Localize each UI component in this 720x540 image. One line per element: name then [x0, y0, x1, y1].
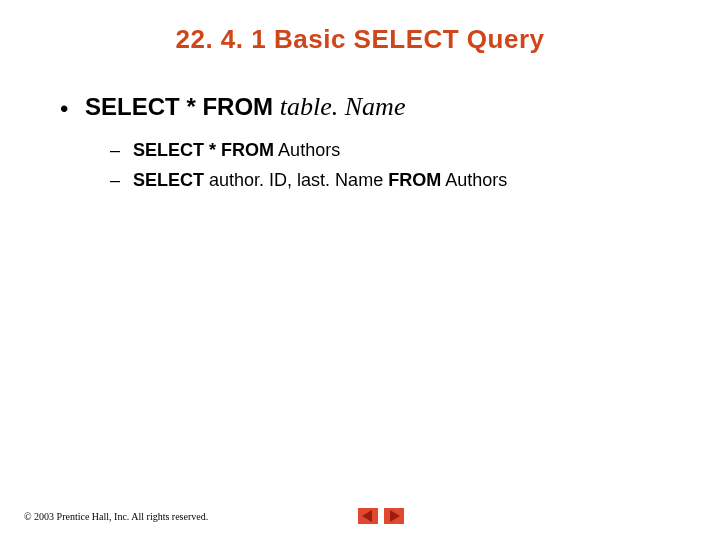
star-wildcard: *: [186, 93, 195, 120]
text-authors: Authors: [278, 140, 340, 160]
keyword-select: SELECT: [133, 170, 204, 190]
sub-bullet-1: – SELECT * FROM Authors: [110, 140, 340, 161]
keyword-select: SELECT: [85, 93, 180, 120]
keyword-from: FROM: [202, 93, 273, 120]
text-columns: author. ID, last. Name: [209, 170, 383, 190]
text-authors: Authors: [445, 170, 507, 190]
dash-icon: –: [110, 140, 120, 160]
star-wildcard: *: [209, 140, 216, 160]
dash-icon: –: [110, 170, 120, 190]
placeholder-tablename: table. Name: [280, 92, 406, 121]
bullet-icon: •: [60, 95, 68, 122]
slide: 22. 4. 1 Basic SELECT Query • SELECT * F…: [0, 0, 720, 540]
next-button[interactable]: [384, 508, 404, 524]
bullet-main: • SELECT * FROM table. Name: [60, 92, 405, 123]
keyword-select: SELECT: [133, 140, 204, 160]
keyword-from: FROM: [221, 140, 274, 160]
keyword-from: FROM: [388, 170, 441, 190]
prev-button[interactable]: [358, 508, 378, 524]
copyright-text: © 2003 Prentice Hall, Inc. All rights re…: [24, 511, 208, 522]
slide-title: 22. 4. 1 Basic SELECT Query: [0, 24, 720, 55]
nav-controls: [358, 508, 404, 524]
footer: © 2003 Prentice Hall, Inc. All rights re…: [24, 508, 404, 524]
sub-bullet-2: – SELECT author. ID, last. Name FROM Aut…: [110, 170, 507, 191]
